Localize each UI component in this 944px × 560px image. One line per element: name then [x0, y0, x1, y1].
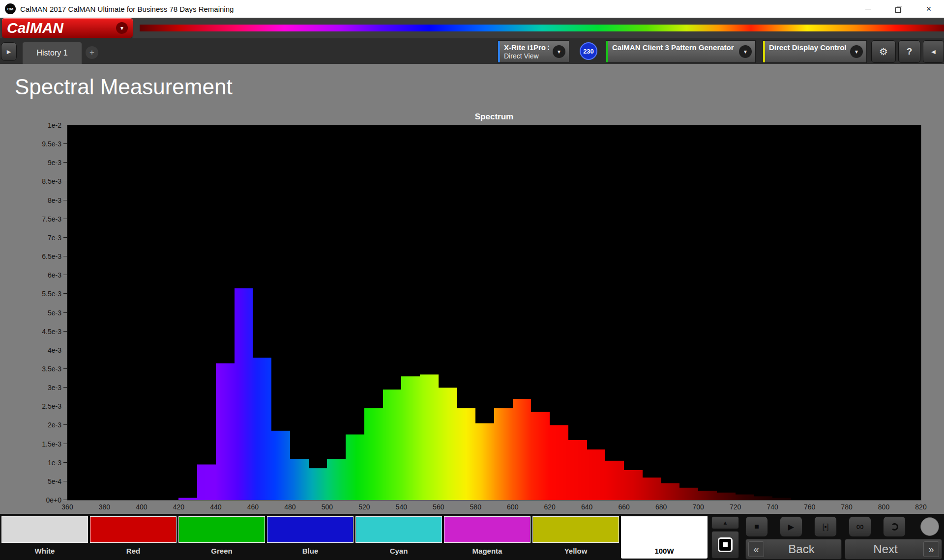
- x-axis: 3603804004204404604805005205405605806006…: [67, 503, 921, 513]
- y-axis-tick-label: 5e-3: [48, 308, 61, 317]
- pattern-window-button[interactable]: [711, 531, 739, 559]
- window-pattern-icon: [718, 537, 733, 552]
- meter-dropdown[interactable]: X-Rite i1Pro 2 Direct View ▼: [498, 40, 569, 63]
- y-axis-tick-label: 6.5e-3: [42, 252, 61, 261]
- continuous-measure-button[interactable]: ∞: [849, 516, 871, 537]
- y-axis-tick-label: 3.5e-3: [42, 364, 61, 373]
- help-button[interactable]: ?: [898, 40, 920, 63]
- x-axis-tick-label: 800: [878, 503, 889, 511]
- chevron-down-icon: ▼: [116, 22, 128, 34]
- y-axis-tick-label: 1e-3: [48, 458, 61, 467]
- pattern-swatch: [444, 516, 531, 543]
- y-axis-tick-label: 8e-3: [48, 196, 61, 205]
- pattern-button-green[interactable]: Green: [178, 516, 265, 559]
- x-axis-tick-label: 460: [247, 503, 259, 511]
- pattern-swatch: [1, 516, 88, 543]
- y-axis-tick-mark: [63, 219, 67, 219]
- source-name: CalMAN Client 3 Pattern Generator: [612, 43, 732, 52]
- pattern-button-100w[interactable]: 100W: [621, 516, 708, 559]
- add-tab-button[interactable]: +: [86, 46, 98, 59]
- pattern-source-dropdown[interactable]: CalMAN Client 3 Pattern Generator ▼: [606, 40, 756, 63]
- y-axis-tick-mark: [63, 181, 67, 181]
- y-axis-tick-mark: [63, 256, 67, 256]
- y-axis-tick-mark: [63, 293, 67, 294]
- pattern-button-red[interactable]: Red: [90, 516, 177, 559]
- y-axis-tick-mark: [63, 368, 67, 369]
- x-axis-tick-label: 680: [655, 503, 667, 511]
- chevrons-left-icon: «: [748, 541, 764, 557]
- pattern-label: 100W: [621, 543, 708, 559]
- single-measure-button[interactable]: [▪]: [814, 516, 837, 537]
- pattern-swatch: [621, 516, 708, 543]
- panel-expander-button[interactable]: ▶: [1, 42, 17, 61]
- next-button[interactable]: Next »: [845, 539, 942, 560]
- x-axis-tick-label: 520: [358, 503, 370, 511]
- y-axis-tick-mark: [63, 444, 67, 444]
- y-axis-tick-mark: [63, 424, 67, 425]
- y-axis-tick-mark: [63, 331, 67, 332]
- chevron-down-icon: ▼: [850, 45, 863, 58]
- tab-history-1[interactable]: History 1: [23, 42, 82, 64]
- pattern-label: Yellow: [532, 543, 619, 559]
- pattern-swatch: [178, 516, 265, 543]
- help-icon: ?: [907, 46, 913, 57]
- back-button[interactable]: « Back: [745, 539, 842, 560]
- y-axis-tick-label: 7.5e-3: [42, 215, 61, 224]
- panel-collapse-button[interactable]: ◀: [923, 40, 944, 63]
- pattern-swatch: [90, 516, 177, 543]
- x-axis-tick-label: 600: [507, 503, 518, 511]
- y-axis-tick-label: 5e-4: [48, 477, 61, 486]
- y-axis-tick-label: 2e-3: [48, 420, 61, 429]
- back-label: Back: [764, 542, 839, 556]
- calman-menu-button[interactable]: CalMAN ▼: [2, 18, 133, 38]
- y-axis-tick-label: 3e-3: [48, 383, 61, 392]
- y-axis-tick-mark: [63, 387, 67, 388]
- y-axis-tick-label: 0e+0: [46, 496, 61, 504]
- x-axis-tick-label: 360: [61, 503, 73, 511]
- y-axis-tick-mark: [63, 481, 67, 481]
- loop-button[interactable]: [883, 516, 906, 537]
- y-axis-tick-mark: [63, 275, 67, 275]
- y-axis-tick-mark: [63, 350, 67, 350]
- tab-bar: ▶ History 1 + X-Rite i1Pro 2 Direct View…: [0, 38, 944, 64]
- x-axis-tick-label: 700: [692, 503, 704, 511]
- pattern-button-blue[interactable]: Blue: [267, 516, 354, 559]
- pattern-scroll-up-button[interactable]: ▲: [711, 516, 739, 529]
- y-axis-tick-label: 9.5e-3: [42, 140, 61, 148]
- y-axis-tick-label: 2.5e-3: [42, 402, 61, 411]
- window-title: CalMAN 2017 CalMAN Ultimate for Business…: [20, 5, 234, 13]
- display-name: Direct Display Control: [769, 43, 843, 52]
- y-axis-tick-label: 8.5e-3: [42, 177, 61, 186]
- page-title: Spectral Measurement: [15, 75, 233, 99]
- y-axis-tick-mark: [63, 125, 67, 125]
- status-indicator: [920, 517, 939, 536]
- y-axis-tick-label: 4e-3: [48, 346, 61, 355]
- pattern-swatch: [267, 516, 354, 543]
- pattern-button-cyan[interactable]: Cyan: [355, 516, 442, 559]
- window-titlebar: CM CalMAN 2017 CalMAN Ultimate for Busin…: [0, 0, 944, 18]
- y-axis-tick-mark: [63, 162, 67, 163]
- meter-mode: Direct View: [504, 52, 545, 60]
- y-axis-tick-mark: [63, 406, 67, 406]
- play-button[interactable]: ▶: [780, 516, 802, 537]
- x-axis-tick-label: 540: [396, 503, 407, 511]
- display-control-dropdown[interactable]: Direct Display Control ▼: [763, 40, 867, 63]
- restore-button[interactable]: [883, 0, 914, 18]
- chart-title: Spectrum: [67, 112, 921, 122]
- stop-icon: ■: [754, 522, 759, 531]
- display-labels: Direct Display Control: [765, 41, 847, 62]
- minimize-button[interactable]: [853, 0, 883, 18]
- chevrons-right-icon: »: [923, 541, 939, 557]
- infinity-icon: ∞: [856, 520, 864, 533]
- pattern-button-yellow[interactable]: Yellow: [532, 516, 619, 559]
- pattern-label: Green: [178, 543, 265, 559]
- pattern-button-magenta[interactable]: Magenta: [444, 516, 531, 559]
- y-axis: 0e+05e-41e-31.5e-32e-32.5e-33e-33.5e-34e…: [0, 125, 67, 500]
- close-button[interactable]: ×: [914, 0, 944, 18]
- y-axis-tick-label: 1e-2: [48, 121, 61, 130]
- x-axis-tick-label: 620: [544, 503, 556, 511]
- pattern-button-white[interactable]: White: [1, 516, 88, 559]
- stop-button[interactable]: ■: [745, 516, 768, 537]
- settings-button[interactable]: ⚙: [871, 40, 896, 63]
- spectrum-banner: [140, 25, 944, 31]
